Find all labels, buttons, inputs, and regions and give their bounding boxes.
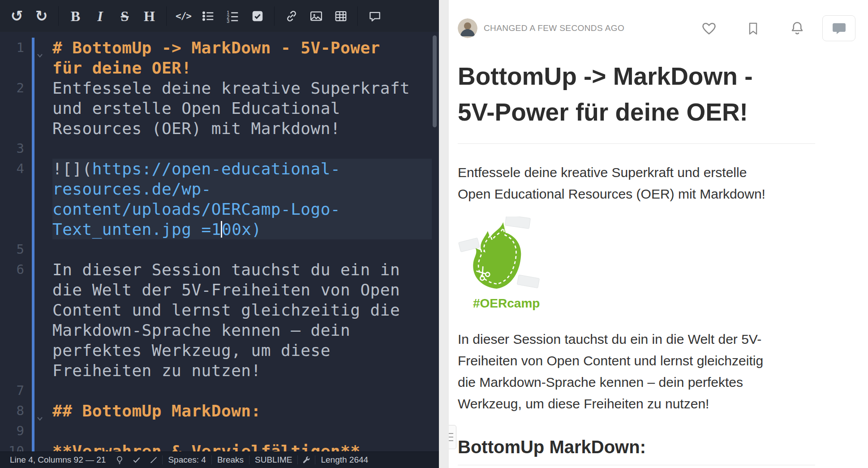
line-text[interactable]: **Verwahren & Vervielfältigen** [29,441,432,451]
editor-line: 9 [0,421,439,441]
line-number: 6 [0,260,29,381]
changed-lines-indicator [32,38,34,451]
insert-link-button[interactable] [279,0,304,32]
redo-icon: ↻ [35,9,48,23]
last-changed-status: CHANGED A FEW SECONDS AGO [484,23,624,33]
code-block-button[interactable]: </> [171,0,196,32]
like-button[interactable] [701,20,717,36]
toolbar-separator [166,6,167,26]
comment-button[interactable] [362,0,387,32]
bookmark-button[interactable] [746,21,761,36]
editor-toolbar: ↺ ↻ B I S H </> 123 [0,0,439,32]
preview-header: CHANGED A FEW SECONDS AGO [458,0,868,41]
toolbar-separator [274,6,275,26]
line-text[interactable]: In dieser Session tauchst du ein in die … [29,260,432,381]
insert-image-button[interactable] [304,0,328,32]
strikethrough-icon: S [121,9,129,23]
subscribe-button[interactable] [789,20,805,36]
editor-line: 5 [0,239,439,260]
insert-table-button[interactable] [328,0,353,32]
section-heading: BottomUp MarkDown: [458,435,815,465]
italic-button[interactable]: I [88,0,112,32]
fold-chevron-icon[interactable] [36,407,44,427]
line-text[interactable]: ## BottomUp MarkDown: [29,401,432,421]
code-icon: </> [176,11,191,22]
image-url: https://open-educational- resources.de/w… [52,160,340,238]
line-number: 10 [0,441,29,451]
strikethrough-button[interactable]: S [112,0,137,32]
line-text[interactable] [29,139,432,159]
lightbulb-icon[interactable] [111,455,128,464]
line-number: 4 [0,159,29,239]
line-text[interactable]: Entfessele deine kreative Superkraft und… [29,78,432,139]
check-list-icon [251,9,264,23]
heart-icon [701,20,717,36]
spellcheck-icon[interactable] [128,455,145,464]
line-number: 3 [0,139,29,159]
toolbar-separator [58,6,59,26]
editor-line-active: 4 ![](https://open-educational- resource… [0,159,439,239]
editor-line: 7 [0,381,439,401]
markdown-editor-app: ↺ ↻ B I S H </> 123 [0,0,868,468]
indent-setting[interactable]: Spaces: 4 [163,455,211,465]
fold-chevron-icon[interactable] [36,44,44,64]
line-text[interactable]: ![](https://open-educational- resources.… [29,159,432,239]
image-icon [309,9,323,23]
editor-pane: ↺ ↻ B I S H </> 123 [0,0,439,468]
undo-button[interactable]: ↺ [4,0,29,32]
line-text[interactable] [29,239,432,260]
preview-pane: CHANGED A FEW SECONDS AGO BottomUp -> Ma… [449,0,868,468]
heading-button[interactable]: H [137,0,162,32]
numbered-list-button[interactable]: 123 [220,0,245,32]
editor-line: 6 In dieser Session tauchst du ein in di… [0,260,439,381]
redo-button[interactable]: ↻ [29,0,54,32]
undo-icon: ↺ [11,9,23,23]
line-text[interactable] [29,381,432,401]
bell-icon [789,20,805,36]
bullet-list-icon [202,9,215,23]
oercamp-logo-caption: #OERcamp [473,296,815,311]
image-url: 00x) [222,220,262,238]
editor-content[interactable]: 1 # BottomUp -> MarkDown - 5V-Power für … [0,32,439,451]
line-number: 9 [0,421,29,441]
line-text[interactable] [29,421,432,441]
line-number: 1 [0,38,29,78]
editor-line: 2 Entfessele deine kreative Superkraft u… [0,78,439,139]
bullet-list-button[interactable] [196,0,220,32]
editor-line: 1 # BottomUp -> MarkDown - 5V-Power für … [0,38,439,78]
keymap-setting[interactable]: SUBLIME [249,455,297,465]
bookmark-icon [746,21,761,36]
paragraph: Entfessele deine kreative Superkraft und… [458,162,815,205]
document-length: Length 2644 [315,455,374,465]
editor-line: 10 **Verwahren & Vervielfältigen** [0,441,439,451]
linebreak-setting[interactable]: Breaks [212,455,249,465]
rendered-document: BottomUp -> MarkDown - 5V-Power für dein… [458,58,815,465]
editor-line: 8 ## BottomUp MarkDown: [0,401,439,421]
pane-divider[interactable] [439,0,449,468]
line-number: 2 [0,78,29,139]
numbered-list-icon: 123 [226,9,240,23]
check-list-button[interactable] [245,0,270,32]
line-number: 7 [0,381,29,401]
comment-icon [368,9,382,23]
avatar[interactable] [458,18,477,38]
editor-status-bar: Line 4, Columns 92 — 21 Spaces: 4 Breaks… [0,451,439,468]
header-actions [701,20,805,36]
theme-brush-icon[interactable] [145,455,162,464]
italic-icon: I [97,9,103,23]
line-text[interactable]: # BottomUp -> MarkDown - 5V-Power für de… [29,38,432,78]
open-comments-button[interactable] [822,15,855,41]
paragraph: In dieser Session tauchst du ein in die … [458,329,815,415]
bold-button[interactable]: B [63,0,88,32]
table-icon [334,9,348,23]
split-view-handle[interactable] [449,425,456,449]
link-icon [285,9,298,23]
avatar-photo [458,18,477,38]
line-number: 5 [0,239,29,260]
editor-scrollbar[interactable] [433,35,437,127]
svg-text:3: 3 [227,18,229,23]
toolbar-separator [357,6,358,26]
cursor-position: Line 4, Columns 92 — 21 [4,455,111,465]
heading-icon: H [144,9,155,23]
wrench-icon[interactable] [298,455,315,464]
